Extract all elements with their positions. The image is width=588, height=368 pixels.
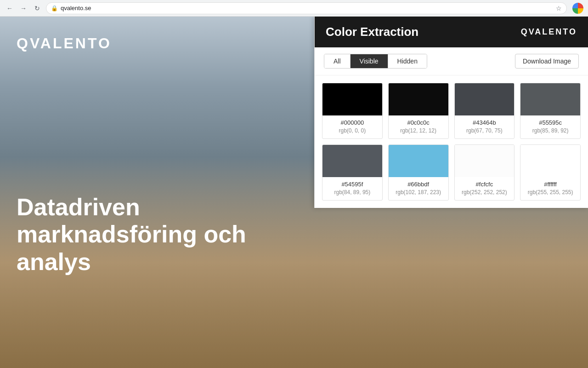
color-hex: #55595c <box>522 119 578 126</box>
chrome-icon <box>572 3 583 14</box>
site-logo: QVALENTO <box>17 35 112 52</box>
color-swatch <box>389 83 448 115</box>
color-hex: #54595f <box>324 181 380 188</box>
color-rgb: rgb(12, 12, 12) <box>390 127 447 134</box>
reload-button[interactable]: ↻ <box>32 3 42 13</box>
panel-brand: QVALENTO <box>521 27 577 37</box>
tab-hidden[interactable]: Hidden <box>388 54 427 68</box>
download-button[interactable]: Download Image <box>515 54 579 69</box>
panel-toolbar: All Visible Hidden Download Image <box>315 47 588 75</box>
address-bar[interactable]: 🔒 qvalento.se ☆ <box>46 2 567 14</box>
color-card: #0c0c0crgb(12, 12, 12) <box>388 83 449 139</box>
color-info: #55595crgb(85, 89, 92) <box>520 115 580 138</box>
tab-visible[interactable]: Visible <box>351 54 388 68</box>
tab-group: All Visible Hidden <box>324 54 427 69</box>
color-hex: #ffffff <box>522 181 578 188</box>
color-swatch <box>520 145 580 177</box>
color-rgb: rgb(85, 89, 92) <box>522 127 578 134</box>
color-card: #55595crgb(85, 89, 92) <box>520 83 581 139</box>
color-card: #ffffffrgb(255, 255, 255) <box>520 144 581 201</box>
color-rgb: rgb(67, 70, 75) <box>457 127 513 134</box>
color-card: #43464brgb(67, 70, 75) <box>454 83 515 139</box>
color-rgb: rgb(84, 89, 95) <box>324 189 380 196</box>
colors-grid: #000000rgb(0, 0, 0)#0c0c0crgb(12, 12, 12… <box>315 75 588 208</box>
color-extraction-panel: Color Extraction QVALENTO All Visible Hi… <box>314 17 588 208</box>
color-hex: #66bbdf <box>390 181 447 188</box>
color-swatch <box>322 145 382 177</box>
color-swatch <box>455 145 514 177</box>
color-hex: #0c0c0c <box>390 119 447 126</box>
forward-button[interactable]: → <box>18 3 28 13</box>
color-info: #54595frgb(84, 89, 95) <box>322 177 382 200</box>
color-card: #66bbdfrgb(102, 187, 223) <box>388 144 449 201</box>
color-info: #ffffffrgb(255, 255, 255) <box>520 177 580 200</box>
lock-icon: 🔒 <box>51 5 58 12</box>
color-card: #54595frgb(84, 89, 95) <box>322 144 383 201</box>
hero-text: Datadriven marknadsföring och analys <box>17 194 292 276</box>
page-background: QVALENTO Datadriven marknadsföring och a… <box>0 17 588 368</box>
color-rgb: rgb(102, 187, 223) <box>390 189 447 196</box>
browser-chrome: ← → ↻ 🔒 qvalento.se ☆ <box>0 0 588 17</box>
color-swatch <box>455 83 514 115</box>
color-swatch <box>389 145 448 177</box>
color-info: #fcfcfcrgb(252, 252, 252) <box>455 177 514 200</box>
back-button[interactable]: ← <box>5 3 15 13</box>
color-rgb: rgb(252, 252, 252) <box>457 189 513 196</box>
color-hex: #fcfcfc <box>457 181 513 188</box>
color-info: #000000rgb(0, 0, 0) <box>322 115 382 138</box>
color-info: #66bbdfrgb(102, 187, 223) <box>389 177 448 200</box>
color-swatch <box>322 83 382 115</box>
url-text: qvalento.se <box>61 5 91 12</box>
panel-title: Color Extraction <box>326 25 418 39</box>
panel-header: Color Extraction QVALENTO <box>315 17 588 47</box>
color-info: #0c0c0crgb(12, 12, 12) <box>389 115 448 138</box>
tab-all[interactable]: All <box>324 54 351 68</box>
color-info: #43464brgb(67, 70, 75) <box>455 115 514 138</box>
bookmark-icon: ☆ <box>556 5 562 12</box>
color-hex: #000000 <box>324 119 380 126</box>
color-hex: #43464b <box>457 119 513 126</box>
color-rgb: rgb(0, 0, 0) <box>324 127 380 134</box>
color-card: #000000rgb(0, 0, 0) <box>322 83 383 139</box>
color-card: #fcfcfcrgb(252, 252, 252) <box>454 144 515 201</box>
color-rgb: rgb(255, 255, 255) <box>522 189 578 196</box>
color-swatch <box>520 83 580 115</box>
